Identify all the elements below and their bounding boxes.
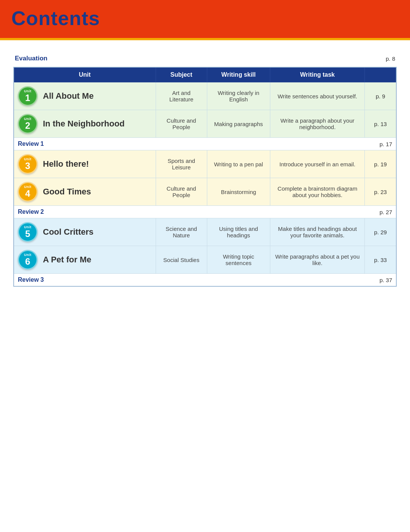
unit-name-3: Hello there! [43,159,89,169]
col-header-unit: Unit [14,67,156,82]
skill-cell-6: Writing topic sentences [207,246,270,274]
unit-cell-6: Unit 6 A Pet for Me [14,246,156,274]
unit-badge-6: Unit 6 [18,250,38,270]
unit-name-5: Cool Critters [43,227,93,237]
unit-badge-1: Unit 1 [18,86,38,106]
review-row: Review 3p. 37 [14,274,396,287]
skill-cell-1: Writing clearly in English [207,82,270,110]
main-content: Evaluation p. 8 Unit Subject Writing ski… [0,40,410,298]
header-bar: Contents [0,0,410,40]
table-row: Unit 6 A Pet for Me Social StudiesWritin… [14,246,396,274]
page-cell-4: p. 23 [365,178,396,206]
review-label: Review 1 [14,138,365,150]
table-row: Unit 1 All About Me Art and LiteratureWr… [14,82,396,110]
review-page: p. 37 [365,274,396,287]
evaluation-label: Evaluation [15,55,47,62]
table-row: Unit 3 Hello there! Sports and LeisureWr… [14,150,396,178]
skill-cell-5: Using titles and headings [207,218,270,246]
task-cell-2: Write a paragraph about your neighborhoo… [270,110,364,138]
col-header-subject: Subject [156,67,207,82]
page-cell-6: p. 33 [365,246,396,274]
unit-cell-1: Unit 1 All About Me [14,82,156,110]
task-cell-3: Introduce yourself in an email. [270,150,364,178]
review-row: Review 2p. 27 [14,206,396,218]
table-row: Unit 5 Cool Critters Science and NatureU… [14,218,396,246]
page-cell-3: p. 19 [365,150,396,178]
table-row: Unit 4 Good Times Culture and PeopleBrai… [14,178,396,206]
unit-cell-2: Unit 2 In the Neighborhood [14,110,156,138]
subject-cell-3: Sports and Leisure [156,150,207,178]
page-cell-1: p. 9 [365,82,396,110]
contents-table: Unit Subject Writing skill Writing task … [13,67,397,287]
unit-badge-3: Unit 3 [18,154,38,174]
skill-cell-4: Brainstorming [207,178,270,206]
review-label: Review 3 [14,274,365,287]
unit-badge-2: Unit 2 [18,114,38,134]
evaluation-page: p. 8 [386,55,395,62]
unit-name-6: A Pet for Me [43,255,91,265]
unit-badge-5: Unit 5 [18,222,38,242]
table-row: Unit 2 In the Neighborhood Culture and P… [14,110,396,138]
subject-cell-6: Social Studies [156,246,207,274]
review-page: p. 17 [365,138,396,150]
subject-cell-4: Culture and People [156,178,207,206]
task-cell-1: Write sentences about yourself. [270,82,364,110]
evaluation-row: Evaluation p. 8 [13,52,397,65]
skill-cell-2: Making paragraphs [207,110,270,138]
task-cell-4: Complete a brainstorm diagram about your… [270,178,364,206]
page-cell-5: p. 29 [365,218,396,246]
unit-name-4: Good Times [43,187,91,197]
task-cell-6: Write paragraphs about a pet you like. [270,246,364,274]
page-cell-2: p. 13 [365,110,396,138]
subject-cell-5: Science and Nature [156,218,207,246]
col-header-page [365,67,396,82]
unit-cell-5: Unit 5 Cool Critters [14,218,156,246]
subject-cell-2: Culture and People [156,110,207,138]
review-row: Review 1p. 17 [14,138,396,150]
page-title: Contents [11,7,399,30]
review-page: p. 27 [365,206,396,218]
unit-name-1: All About Me [43,91,94,101]
col-header-skill: Writing skill [207,67,270,82]
unit-badge-4: Unit 4 [18,182,38,202]
subject-cell-1: Art and Literature [156,82,207,110]
review-label: Review 2 [14,206,365,218]
unit-cell-4: Unit 4 Good Times [14,178,156,206]
unit-cell-3: Unit 3 Hello there! [14,150,156,178]
table-header-row: Unit Subject Writing skill Writing task [14,67,396,82]
skill-cell-3: Writing to a pen pal [207,150,270,178]
task-cell-5: Make titles and headings about your favo… [270,218,364,246]
unit-name-2: In the Neighborhood [43,119,125,129]
col-header-task: Writing task [270,67,364,82]
